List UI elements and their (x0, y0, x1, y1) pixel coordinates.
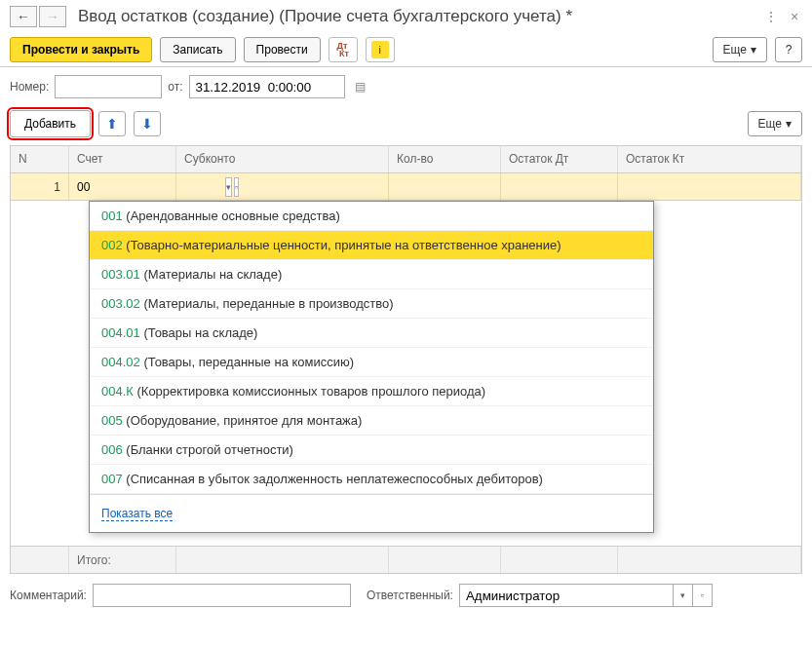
chevron-down-icon: ▾ (751, 43, 756, 57)
dropdown-item-desc: (Материалы, переданные в производство) (140, 296, 394, 311)
responsible-dropdown-button[interactable]: ▾ (674, 584, 693, 607)
dropdown-item-desc: (Товарно-материальные ценности, принятые… (123, 238, 561, 252)
dropdown-item-code: 006 (101, 442, 123, 457)
cell-credit[interactable] (618, 173, 801, 200)
date-label: от: (168, 80, 182, 94)
close-icon[interactable]: × (787, 9, 802, 24)
dropdown-item-002[interactable]: 002 (Товарно-материальные ценности, прин… (90, 231, 653, 260)
comment-label: Комментарий: (10, 589, 87, 602)
totals-row: Итого: (11, 546, 801, 573)
nav-back-button[interactable]: ← (10, 6, 37, 27)
save-button[interactable]: Записать (160, 37, 235, 62)
more-button-table[interactable]: Еще▾ (748, 111, 802, 136)
cell-n[interactable]: 1 (11, 173, 69, 200)
cell-qty[interactable] (389, 173, 501, 200)
account-dropdown: 001 (Арендованные основные средства)002 … (89, 201, 654, 533)
dropdown-item-desc: (Материалы на складе) (140, 267, 282, 282)
chevron-down-icon: ▾ (786, 117, 792, 131)
date-input[interactable] (189, 75, 345, 98)
dropdown-item-code: 005 (101, 413, 123, 428)
dropdown-item-code: 002 (101, 238, 123, 252)
cell-debit[interactable] (501, 173, 618, 200)
dropdown-item-desc: (Арендованные основные средства) (123, 209, 340, 223)
table-header: N Счет Субконто Кол-во Остаток Дт Остато… (11, 146, 801, 173)
responsible-input[interactable] (459, 584, 674, 607)
menu-dots-icon[interactable]: ⋮ (763, 9, 779, 24)
help-button[interactable]: ? (775, 37, 802, 62)
dropdown-item-003.02[interactable]: 003.02 (Материалы, переданные в производ… (90, 289, 653, 319)
column-credit[interactable]: Остаток Кт (618, 146, 801, 172)
dropdown-item-code: 007 (101, 472, 123, 486)
dropdown-item-code: 004.01 (101, 325, 140, 340)
column-subconto[interactable]: Субконто (176, 146, 389, 172)
cell-account[interactable]: ▾ ▫ (69, 173, 176, 200)
dropdown-item-code: 003.02 (101, 296, 140, 311)
number-label: Номер: (10, 80, 49, 94)
column-debit[interactable]: Остаток Дт (501, 146, 618, 172)
comment-input[interactable] (93, 584, 351, 607)
responsible-label: Ответственный: (367, 589, 453, 602)
dropdown-item-code: 004.02 (101, 355, 140, 369)
more-button-top[interactable]: Еще▾ (713, 37, 767, 62)
dropdown-item-005[interactable]: 005 (Оборудование, принятое для монтажа) (90, 406, 653, 436)
dt-kt-button[interactable]: Дт Кт (329, 37, 358, 62)
dropdown-item-desc: (Оборудование, принятое для монтажа) (123, 413, 363, 428)
table-row[interactable]: 1 ▾ ▫ (11, 173, 801, 201)
dropdown-item-006[interactable]: 006 (Бланки строгой отчетности) (90, 436, 653, 465)
add-button[interactable]: Добавить (10, 110, 91, 137)
column-qty[interactable]: Кол-во (389, 146, 501, 172)
column-n[interactable]: N (11, 146, 69, 172)
dropdown-item-001[interactable]: 001 (Арендованные основные средства) (90, 202, 653, 231)
responsible-open-button[interactable]: ▫ (693, 584, 713, 607)
post-button[interactable]: Провести (244, 37, 321, 62)
report-button[interactable]: i (366, 37, 395, 62)
dropdown-item-007[interactable]: 007 (Списанная в убыток задолженность не… (90, 465, 653, 494)
dropdown-item-code: 004.К (101, 384, 134, 399)
show-all-link[interactable]: Показать все (101, 507, 173, 521)
column-account[interactable]: Счет (69, 146, 176, 172)
dropdown-item-004.02[interactable]: 004.02 (Товары, переданные на комиссию) (90, 348, 653, 377)
post-and-close-button[interactable]: Провести и закрыть (10, 37, 152, 62)
nav-forward-button[interactable]: → (39, 6, 66, 27)
totals-label: Итого: (69, 547, 176, 573)
dropdown-item-003.01[interactable]: 003.01 (Материалы на складе) (90, 260, 653, 289)
dropdown-item-code: 001 (101, 209, 123, 223)
dropdown-item-004.К[interactable]: 004.К (Корректировка комиссионных товаро… (90, 377, 653, 406)
page-title: Ввод остатков (создание) (Прочие счета б… (78, 7, 763, 26)
dropdown-item-004.01[interactable]: 004.01 (Товары на складе) (90, 319, 653, 348)
dropdown-item-desc: (Корректировка комиссионных товаров прош… (134, 384, 485, 399)
number-input[interactable] (55, 75, 162, 98)
dropdown-item-desc: (Бланки строгой отчетности) (123, 442, 293, 457)
calendar-icon[interactable]: ▤ (355, 80, 366, 94)
move-up-button[interactable]: ⬆ (98, 111, 126, 136)
dropdown-item-code: 003.01 (101, 267, 140, 282)
move-down-button[interactable]: ⬇ (134, 111, 161, 136)
dropdown-item-desc: (Списанная в убыток задолженность неплат… (123, 472, 543, 486)
cell-subconto[interactable] (176, 173, 389, 200)
dropdown-item-desc: (Товары на складе) (140, 325, 258, 340)
dropdown-item-desc: (Товары, переданные на комиссию) (140, 355, 354, 369)
